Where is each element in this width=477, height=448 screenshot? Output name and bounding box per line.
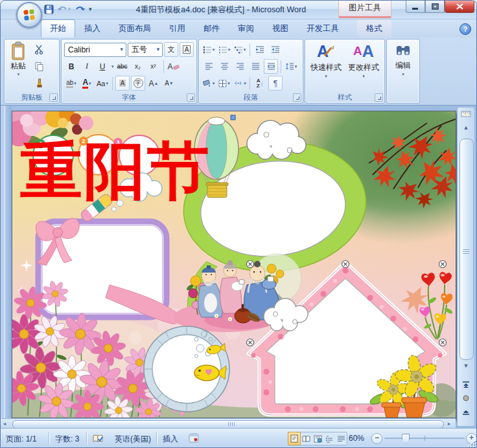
help-button[interactable]: ? bbox=[460, 23, 471, 35]
view-ruler-button[interactable] bbox=[459, 109, 473, 121]
shading-button[interactable]: ▾ bbox=[202, 76, 216, 91]
paste-dropdown[interactable]: ▾ bbox=[17, 72, 20, 77]
bullets-dropdown[interactable]: ▾ bbox=[213, 47, 215, 52]
font-size-dropdown[interactable]: ▼ bbox=[153, 47, 161, 52]
fish-circle-frame[interactable] bbox=[144, 326, 229, 412]
grow-font-button[interactable]: A▲ bbox=[146, 76, 161, 91]
scroll-left-arrow[interactable]: ◂ bbox=[3, 421, 6, 427]
asian-layout-dropdown[interactable]: ▾ bbox=[244, 81, 246, 86]
undo-button[interactable]: ▾ bbox=[58, 3, 71, 16]
character-border-button[interactable]: A bbox=[180, 42, 194, 57]
asian-layout-button[interactable]: ▾ bbox=[233, 76, 247, 91]
italic-button[interactable]: I bbox=[80, 59, 94, 74]
next-page-button[interactable] bbox=[459, 406, 473, 418]
language-indicator[interactable]: 英语(美国) bbox=[115, 434, 151, 445]
underline-button[interactable]: U bbox=[95, 59, 110, 74]
tab-page-layout[interactable]: 页面布局 bbox=[110, 19, 160, 38]
font-color-dropdown[interactable]: ▾ bbox=[89, 81, 91, 86]
cut-button[interactable] bbox=[32, 42, 46, 57]
selection-handle-top[interactable] bbox=[231, 115, 235, 120]
tab-references[interactable]: 引用 bbox=[160, 19, 194, 38]
scroll-down-arrow[interactable]: ▼ bbox=[459, 363, 473, 369]
multilevel-dropdown[interactable]: ▾ bbox=[244, 47, 246, 52]
web-layout-view-button[interactable] bbox=[312, 432, 323, 445]
superscript-button[interactable]: x² bbox=[146, 59, 161, 74]
minimize-button[interactable] bbox=[406, 1, 425, 13]
shading-dropdown[interactable]: ▾ bbox=[213, 81, 215, 86]
phonetic-guide-button[interactable]: 文 bbox=[164, 42, 178, 57]
zoom-slider[interactable] bbox=[384, 438, 465, 439]
line-spacing-button[interactable]: ▾ bbox=[284, 59, 298, 74]
case-dropdown[interactable]: ▾ bbox=[106, 81, 108, 86]
font-color-button[interactable]: A▾ bbox=[80, 76, 94, 91]
quick-styles-button[interactable]: A 快速样式 ▾ bbox=[307, 39, 345, 79]
font-name-combo[interactable]: Calibri▼ bbox=[64, 43, 126, 57]
sort-button[interactable]: AZ↓ bbox=[253, 76, 267, 91]
bullets-button[interactable]: ▾ bbox=[202, 42, 216, 57]
close-button[interactable] bbox=[445, 1, 474, 13]
highlight-button[interactable]: ab▾ bbox=[64, 76, 78, 91]
print-layout-view-button[interactable] bbox=[288, 432, 301, 445]
tab-mailings[interactable]: 邮件 bbox=[194, 19, 229, 38]
distributed-button[interactable] bbox=[264, 59, 278, 74]
decrease-indent-button[interactable] bbox=[253, 42, 267, 57]
horizontal-scrollbar[interactable]: ◂ ▸ bbox=[1, 418, 456, 429]
office-button[interactable] bbox=[16, 2, 42, 28]
tab-home[interactable]: 开始 bbox=[41, 19, 75, 38]
numbering-button[interactable]: ▾ bbox=[217, 42, 231, 57]
align-left-button[interactable] bbox=[202, 59, 216, 74]
underline-dropdown[interactable]: ▾ bbox=[111, 64, 114, 69]
editing-button[interactable]: 编辑 ▾ bbox=[392, 39, 414, 77]
scroll-up-arrow[interactable]: ▲ bbox=[459, 124, 473, 131]
zoom-level[interactable]: 60% bbox=[349, 434, 364, 443]
shrink-font-button[interactable]: A▼ bbox=[162, 76, 176, 91]
restore-button[interactable] bbox=[425, 1, 445, 13]
borders-dropdown[interactable]: ▾ bbox=[227, 81, 230, 86]
styles-dialog-launcher[interactable] bbox=[375, 93, 383, 102]
paragraph-dialog-launcher[interactable] bbox=[293, 93, 301, 102]
borders-button[interactable]: ▾ bbox=[217, 76, 231, 91]
character-shading-button[interactable]: A bbox=[115, 76, 130, 91]
save-button[interactable] bbox=[42, 3, 55, 16]
scroll-right-arrow[interactable]: ▸ bbox=[448, 421, 450, 427]
tab-review[interactable]: 审阅 bbox=[229, 19, 263, 38]
zoom-out-button[interactable]: − bbox=[371, 433, 382, 444]
line-spacing-dropdown[interactable]: ▾ bbox=[295, 64, 297, 69]
increase-indent-button[interactable] bbox=[268, 42, 283, 57]
bold-button[interactable]: B bbox=[64, 59, 78, 74]
tab-developer[interactable]: 开发工具 bbox=[297, 19, 348, 38]
change-styles-button[interactable]: A A 更改样式 ▾ bbox=[345, 39, 382, 79]
clipboard-dialog-launcher[interactable] bbox=[49, 93, 58, 102]
tab-insert[interactable]: 插入 bbox=[75, 19, 110, 38]
undo-dropdown[interactable]: ▾ bbox=[68, 6, 71, 12]
highlight-dropdown[interactable]: ▾ bbox=[74, 81, 76, 86]
change-styles-dropdown[interactable]: ▾ bbox=[362, 74, 365, 79]
clear-formatting-button[interactable]: A bbox=[167, 59, 181, 74]
align-right-button[interactable] bbox=[233, 59, 247, 74]
resize-grip[interactable] bbox=[467, 440, 475, 448]
enclose-characters-button[interactable]: 字 bbox=[131, 76, 145, 91]
vertical-scroll-thumb[interactable] bbox=[460, 139, 474, 360]
word-count[interactable]: 字数: 3 bbox=[55, 434, 79, 445]
page-indicator[interactable]: 页面: 1/1 bbox=[6, 434, 36, 445]
select-browse-object-button[interactable] bbox=[459, 393, 473, 405]
editing-dropdown[interactable]: ▾ bbox=[402, 72, 404, 77]
draft-view-button[interactable] bbox=[335, 432, 347, 445]
fullscreen-reading-view-button[interactable] bbox=[300, 432, 312, 445]
quick-styles-dropdown[interactable]: ▾ bbox=[325, 74, 327, 79]
font-size-combo[interactable]: 五号▼ bbox=[128, 43, 163, 57]
justify-button[interactable] bbox=[248, 59, 262, 74]
zoom-slider-thumb[interactable] bbox=[402, 434, 410, 443]
document-page[interactable]: 1 2 3 bbox=[12, 111, 456, 418]
multilevel-list-button[interactable]: ▾ bbox=[233, 42, 247, 57]
font-name-dropdown[interactable]: ▼ bbox=[117, 47, 124, 52]
qat-customize-button[interactable]: ▾ bbox=[89, 6, 97, 12]
format-painter-button[interactable] bbox=[32, 76, 46, 91]
paste-button[interactable]: 粘贴 ▾ bbox=[5, 39, 32, 91]
insert-mode-indicator[interactable]: 插入 bbox=[163, 434, 178, 445]
circle-frames[interactable]: 1 2 3 bbox=[33, 135, 159, 175]
show-hide-marks-button[interactable]: ¶ bbox=[268, 76, 283, 91]
strikethrough-button[interactable]: abc bbox=[115, 59, 130, 74]
previous-page-button[interactable] bbox=[459, 379, 473, 391]
change-case-button[interactable]: Aa▾ bbox=[95, 76, 110, 91]
